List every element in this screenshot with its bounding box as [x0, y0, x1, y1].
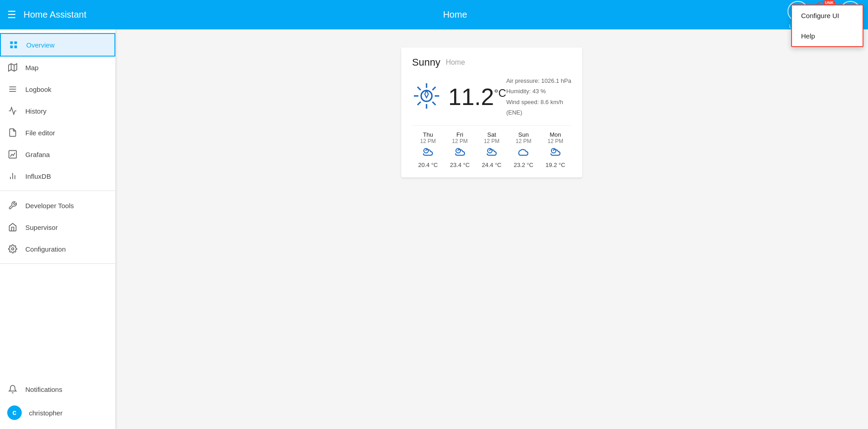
sidebar-grafana-label: Grafana [25, 151, 50, 158]
forecast-thu-day: Thu [412, 131, 444, 138]
avatar: c [7, 405, 22, 420]
grid-icon [8, 39, 19, 50]
sidebar-history-label: History [25, 107, 47, 115]
forecast-fri-temp: 23.4 °C [444, 162, 475, 168]
svg-point-25 [12, 248, 14, 250]
forecast-mon-temp: 19.2 °C [540, 162, 571, 168]
weather-location: Home [446, 58, 465, 67]
svg-line-31 [417, 87, 421, 90]
configure-ui-item[interactable]: Configure UI [792, 5, 863, 26]
sidebar-file-editor-label: File editor [25, 129, 55, 137]
sidebar-supervisor-label: Supervisor [25, 224, 58, 231]
sidebar-notifications-label: Notifications [25, 386, 62, 393]
sidebar-developer-tools-label: Developer Tools [25, 202, 74, 210]
sidebar-item-supervisor[interactable]: Supervisor [0, 216, 115, 238]
temperature-display: 11.2°C [448, 83, 506, 110]
forecast-thu: Thu 12 PM 20.4 °C [412, 131, 444, 168]
forecast-thu-temp: 20.4 °C [412, 162, 444, 168]
forecast-sat-time: 12 PM [476, 138, 508, 144]
sidebar-configuration-label: Configuration [25, 245, 66, 253]
sidebar-influxdb-label: InfluxDB [25, 172, 51, 180]
forecast-fri-time: 12 PM [444, 138, 475, 144]
page-title: Home [443, 10, 467, 20]
weather-current: 11.2°C Air pressure: 1026.1 hPa Humidity… [412, 76, 571, 118]
forecast-mon-day: Mon [540, 131, 571, 138]
temp-unit: °C [494, 86, 506, 99]
forecast-sun-day: Sun [508, 131, 539, 138]
gear-icon [7, 243, 18, 254]
forecast-fri-icon [444, 147, 475, 159]
sidebar-bottom: Notifications c christopher [0, 378, 115, 429]
sidebar-item-grafana[interactable]: Grafana [0, 143, 115, 165]
forecast-mon: Mon 12 PM 19.2 °C [540, 131, 571, 168]
weather-condition: Sunny [412, 57, 440, 68]
air-pressure: Air pressure: 1026.1 hPa [506, 76, 571, 86]
svg-rect-13 [10, 46, 13, 48]
svg-rect-21 [9, 151, 17, 158]
svg-marker-15 [9, 64, 17, 72]
temp-number: 11.2 [448, 84, 494, 110]
sidebar-item-notifications[interactable]: Notifications [0, 378, 115, 400]
file-icon [7, 127, 18, 138]
sidebar-item-user[interactable]: c christopher [0, 400, 115, 425]
forecast-sat-icon [476, 147, 508, 159]
weather-card: Sunny Home [401, 48, 582, 177]
help-item[interactable]: Help [792, 26, 863, 46]
sidebar-logbook-label: Logbook [25, 86, 52, 93]
sidebar-item-influxdb[interactable]: InfluxDB [0, 165, 115, 187]
weather-card-wrapper: Sunny Home [126, 40, 857, 177]
header-center: Home [123, 10, 787, 20]
hamburger-icon[interactable]: ☰ [7, 9, 16, 21]
sidebar-item-configuration[interactable]: Configuration [0, 238, 115, 260]
top-header: ☰ Home Assistant Home Updater UNK [0, 0, 868, 29]
sidebar-nav: Overview Map Logbook Hi [0, 29, 115, 378]
forecast-sun: Sun 12 PM 23.2 °C [508, 131, 539, 168]
header-left: ☰ Home Assistant [7, 9, 123, 21]
forecast-sun-temp: 23.2 °C [508, 162, 539, 168]
svg-rect-11 [10, 42, 13, 44]
map-icon [7, 62, 18, 73]
svg-line-34 [417, 102, 421, 105]
weather-sun-icon [412, 81, 441, 112]
app-title: Home Assistant [24, 10, 86, 20]
history-icon [7, 105, 18, 116]
sidebar-item-logbook[interactable]: Logbook [0, 78, 115, 100]
supervisor-icon [7, 222, 18, 233]
sidebar: Overview Map Logbook Hi [0, 29, 115, 429]
main-content: Sunny Home [115, 29, 868, 429]
wrench-icon [7, 200, 18, 211]
logbook-icon [7, 84, 18, 95]
sidebar-user-label: christopher [29, 409, 62, 417]
sidebar-item-developer-tools[interactable]: Developer Tools [0, 195, 115, 216]
forecast-fri: Fri 12 PM 23.4 °C [444, 131, 475, 168]
sidebar-map-label: Map [25, 64, 38, 72]
forecast-sat: Sat 12 PM 24.4 °C [476, 131, 508, 168]
sidebar-item-overview[interactable]: Overview [0, 33, 115, 57]
sidebar-divider-2 [0, 263, 115, 264]
wind-speed: Wind speed: 8.6 km/h (ENE) [506, 97, 571, 118]
svg-point-26 [421, 91, 432, 101]
sidebar-item-history[interactable]: History [0, 100, 115, 122]
forecast-fri-day: Fri [444, 131, 475, 138]
sidebar-overview-label: Overview [26, 41, 55, 49]
grafana-icon [7, 149, 18, 160]
forecast-sun-time: 12 PM [508, 138, 539, 144]
forecast-sat-day: Sat [476, 131, 508, 138]
humidity: Humidity: 43 % [506, 86, 571, 96]
body-layout: Overview Map Logbook Hi [0, 29, 868, 429]
temperature-value: 11.2°C [448, 84, 506, 110]
sidebar-item-file-editor[interactable]: File editor [0, 122, 115, 143]
forecast-thu-time: 12 PM [412, 138, 444, 144]
svg-rect-14 [14, 46, 17, 48]
svg-marker-35 [425, 91, 428, 98]
forecast-mon-icon [540, 147, 571, 159]
sidebar-item-map[interactable]: Map [0, 57, 115, 78]
svg-line-33 [432, 87, 436, 90]
dropdown-menu: Configure UI Help [791, 5, 863, 47]
forecast-thu-icon [412, 147, 444, 159]
forecast-sat-temp: 24.4 °C [476, 162, 508, 168]
forecast-mon-time: 12 PM [540, 138, 571, 144]
weather-forecast: Thu 12 PM 20.4 °C Fri 12 PM [412, 125, 571, 168]
sidebar-divider-1 [0, 191, 115, 191]
weather-header: Sunny Home [412, 57, 571, 68]
